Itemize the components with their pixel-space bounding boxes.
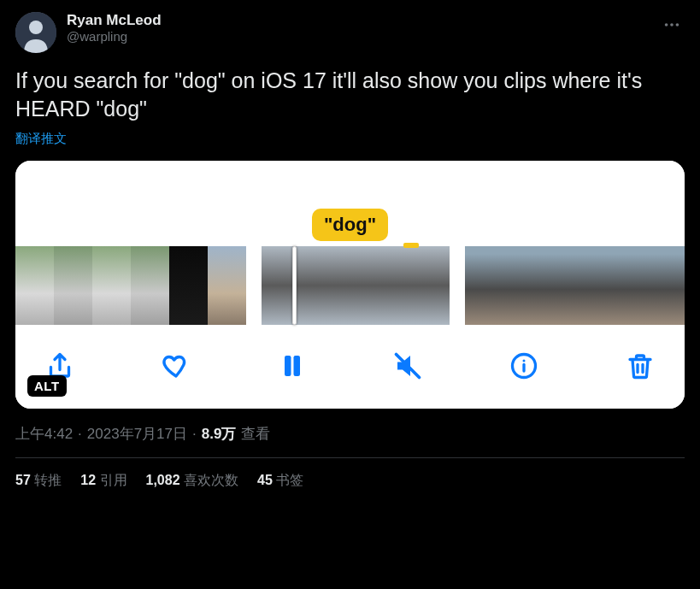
like-button[interactable] — [161, 350, 191, 385]
meta-time[interactable]: 上午4:42 — [15, 424, 73, 444]
timeline-thumbnail — [54, 246, 92, 325]
timeline-thumbnail — [542, 246, 580, 325]
stat-retweets[interactable]: 57 转推 — [15, 472, 62, 490]
timeline-thumbnail — [131, 246, 169, 325]
tweet-stats: 57 转推 12 引用 1,082 喜欢次数 45 书签 — [15, 472, 685, 490]
timeline-thumbnail — [356, 246, 450, 325]
svg-rect-5 — [285, 356, 291, 376]
svg-point-3 — [670, 23, 674, 27]
timeline-thumbnail — [208, 246, 246, 325]
meta-date[interactable]: 2023年7月17日 — [87, 424, 187, 444]
svg-rect-6 — [293, 356, 300, 376]
meta-dot: · — [192, 426, 197, 443]
stat-likes[interactable]: 1,082 喜欢次数 — [146, 472, 239, 490]
tweet-body: If you search for "dog" on iOS 17 it'll … — [15, 67, 685, 122]
timeline-thumbnail — [619, 246, 657, 325]
svg-point-2 — [665, 23, 668, 27]
media-card[interactable]: "dog" — [15, 161, 685, 409]
pause-button[interactable] — [277, 350, 308, 385]
more-button[interactable] — [659, 12, 685, 41]
timeline-thumbnail — [262, 246, 356, 325]
timeline-thumbnail — [503, 246, 542, 325]
timeline-thumbnail — [169, 246, 208, 325]
alt-badge[interactable]: ALT — [27, 375, 67, 397]
display-name[interactable]: Ryan McLeod — [67, 12, 162, 29]
info-button[interactable] — [509, 350, 539, 385]
timeline-thumbnail — [657, 246, 685, 325]
stat-quotes[interactable]: 12 引用 — [80, 472, 126, 490]
avatar[interactable] — [15, 12, 56, 53]
author-names: Ryan McLeod @warpling — [67, 12, 162, 44]
video-timeline[interactable] — [15, 246, 685, 332]
translate-link[interactable]: 翻译推文 — [15, 131, 685, 147]
caption-tag: "dog" — [312, 209, 388, 241]
timeline-thumbnail — [15, 246, 54, 325]
meta-views-count: 8.9万 — [202, 424, 237, 444]
svg-point-10 — [523, 360, 526, 362]
media-top: "dog" — [15, 161, 685, 246]
timeline-thumbnail — [465, 246, 503, 325]
delete-button[interactable] — [625, 350, 656, 385]
meta-dot: · — [78, 426, 82, 443]
svg-point-4 — [676, 23, 679, 27]
svg-point-1 — [29, 21, 43, 34]
media-toolbar — [15, 332, 685, 409]
clip-group-3 — [465, 246, 685, 325]
clip-group-2 — [262, 246, 450, 325]
divider — [15, 457, 685, 458]
tweet-meta: 上午4:42 · 2023年7月17日 · 8.9万 查看 — [15, 424, 685, 444]
caption-tick-marker — [403, 243, 419, 248]
meta-views-label: 查看 — [241, 424, 270, 444]
tweet-container: Ryan McLeod @warpling If you search for … — [0, 0, 700, 490]
timeline-thumbnail — [92, 246, 131, 325]
timeline-thumbnail — [580, 246, 619, 325]
mute-button[interactable] — [392, 350, 423, 385]
playhead[interactable] — [292, 246, 297, 325]
clip-group-1 — [15, 246, 246, 325]
tweet-header: Ryan McLeod @warpling — [15, 12, 685, 53]
handle[interactable]: @warpling — [67, 29, 162, 44]
stat-bookmarks[interactable]: 45 书签 — [257, 472, 303, 490]
